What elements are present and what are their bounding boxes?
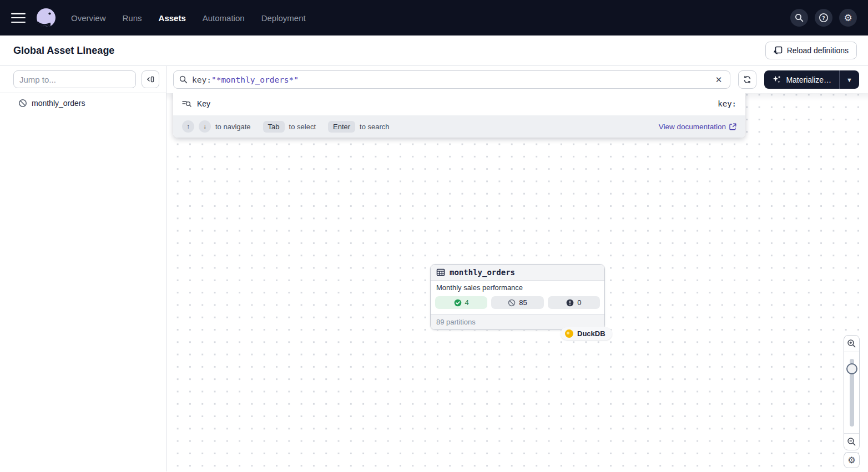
search-hint: to search <box>360 123 389 131</box>
lineage-sidebar: monthly_orders <box>0 66 166 471</box>
page-header: Global Asset Lineage Reload definitions <box>0 35 868 66</box>
sidebar-item-monthly-orders[interactable]: monthly_orders <box>0 93 166 113</box>
page-title: Global Asset Lineage <box>13 45 114 57</box>
table-icon <box>436 268 445 277</box>
zoom-slider[interactable] <box>844 352 859 433</box>
nav-assets[interactable]: Assets <box>159 13 186 23</box>
svg-text:?: ? <box>822 15 825 21</box>
materialize-dropdown-button[interactable]: ▼ <box>839 70 859 89</box>
failed-count: 0 <box>577 298 581 307</box>
arrow-up-key-icon: ↑ <box>182 120 194 133</box>
search-query-text: key:"*monthly_orders*" <box>192 75 299 84</box>
clear-search-icon[interactable]: ✕ <box>713 74 725 86</box>
materialized-count: 4 <box>465 298 469 307</box>
jump-to-input[interactable] <box>13 70 136 88</box>
suggestions-footer: ↑ ↓ to navigate Tab to select Enter to s… <box>173 115 745 138</box>
materialize-label: Materialize… <box>786 75 831 84</box>
search-suggestions-dropdown: Key key: ↑ ↓ to navigate Tab to select E… <box>173 92 745 138</box>
nav-overview[interactable]: Overview <box>71 13 106 23</box>
view-documentation-label: View documentation <box>659 123 726 131</box>
asset-node-badges: 4 85 0 <box>431 293 604 314</box>
tab-key: Tab <box>263 121 285 133</box>
kind-tag-duckdb[interactable]: DuckDB <box>561 327 612 340</box>
never-materialized-count-badge[interactable]: 85 <box>491 296 543 309</box>
duckdb-icon <box>565 329 573 338</box>
collapse-sidebar-button[interactable] <box>142 70 159 88</box>
nav-automation[interactable]: Automation <box>203 13 245 23</box>
kind-tag-label: DuckDB <box>577 329 605 338</box>
search-query-value: "*monthly_orders*" <box>211 75 299 84</box>
enter-key: Enter <box>328 121 355 133</box>
zoom-out-icon[interactable] <box>844 434 859 450</box>
search-query-prefix: key: <box>192 75 211 84</box>
help-icon[interactable]: ? <box>815 9 832 27</box>
nav-deployment[interactable]: Deployment <box>261 13 306 23</box>
sidebar-toolbar <box>0 66 166 93</box>
nav-runs[interactable]: Runs <box>123 13 142 23</box>
primary-nav: Overview Runs Assets Automation Deployme… <box>71 13 306 23</box>
view-documentation-link[interactable]: View documentation <box>659 123 736 131</box>
graph-settings-button[interactable]: ⚙ <box>844 452 860 468</box>
asset-node-header: monthly_orders <box>431 265 604 281</box>
search-icon[interactable] <box>790 9 808 27</box>
search-icon <box>179 75 188 84</box>
check-circle-icon <box>454 299 462 307</box>
reload-definitions-label: Reload definitions <box>787 46 849 55</box>
materialize-button[interactable]: Materialize… <box>764 70 839 89</box>
materialize-button-group: Materialize… ▼ <box>764 70 859 89</box>
suggestion-key[interactable]: Key key: <box>173 92 745 115</box>
hamburger-menu-icon[interactable] <box>11 13 26 23</box>
alert-circle-icon <box>566 299 574 307</box>
external-link-icon <box>729 123 736 130</box>
zoom-in-icon[interactable] <box>844 336 859 352</box>
navigate-hint: to navigate <box>215 123 251 131</box>
failed-count-badge[interactable]: 0 <box>548 296 600 309</box>
sidebar-item-label: monthly_orders <box>32 99 85 108</box>
arrow-down-key-icon: ↓ <box>199 120 211 133</box>
suggestion-label: Key <box>197 99 210 108</box>
top-nav: Overview Runs Assets Automation Deployme… <box>0 0 868 35</box>
topnav-actions: ? ⚙ <box>790 9 857 27</box>
filter-search-icon <box>182 99 191 108</box>
settings-gear-icon[interactable]: ⚙ <box>839 9 857 27</box>
asset-node-description: Monthly sales performance <box>431 281 604 293</box>
refresh-graph-button[interactable] <box>738 70 756 89</box>
dagster-logo[interactable] <box>36 7 57 28</box>
zoom-slider-handle[interactable] <box>846 363 857 374</box>
never-materialized-icon <box>18 99 27 108</box>
asset-node-monthly-orders[interactable]: monthly_orders Monthly sales performance… <box>430 264 605 330</box>
sparkle-icon <box>772 75 781 84</box>
materialized-count-badge[interactable]: 4 <box>435 296 487 309</box>
circle-slash-icon <box>508 299 516 307</box>
suggestion-syntax-hint: key: <box>718 99 736 108</box>
lineage-search-input[interactable]: key:"*monthly_orders*" ✕ <box>173 70 730 89</box>
asset-node-title: monthly_orders <box>450 268 515 277</box>
lineage-toolbar: key:"*monthly_orders*" ✕ Materialize… ▼ <box>166 66 868 93</box>
code-location-reload-icon <box>774 46 783 55</box>
select-hint: to select <box>289 123 316 131</box>
zoom-control-panel <box>844 335 860 450</box>
lineage-canvas[interactable]: monthly_orders Monthly sales performance… <box>166 93 868 471</box>
reload-definitions-button[interactable]: Reload definitions <box>765 42 857 59</box>
never-materialized-count: 85 <box>519 298 527 307</box>
lineage-main: monthly_orders Monthly sales performance… <box>166 66 868 471</box>
